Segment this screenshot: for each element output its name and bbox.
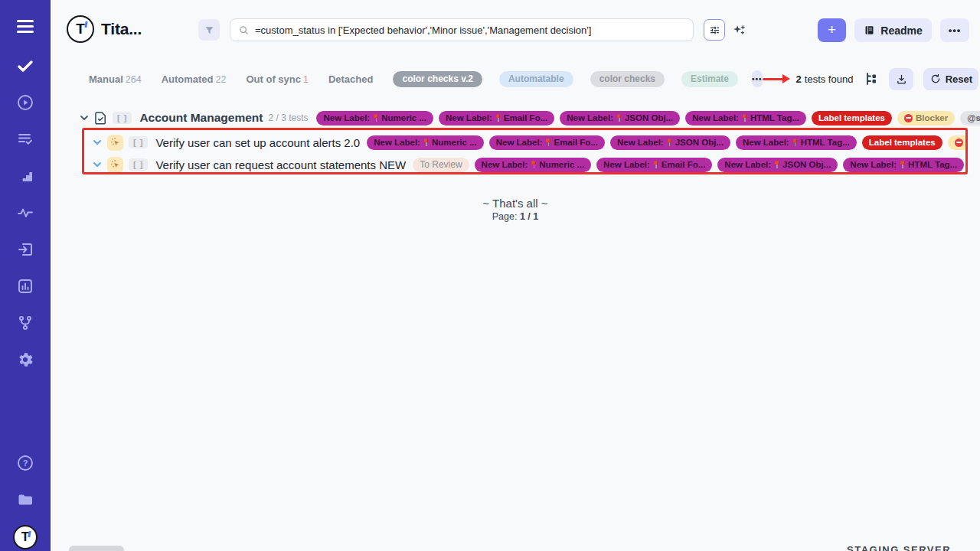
filter-pill-color-checks-v2[interactable]: color checks v.2 <box>393 71 482 87</box>
pagination: Page: 1 / 1 <box>51 211 980 222</box>
blocker-pill[interactable]: Blocker <box>948 135 965 150</box>
label-pill[interactable]: New Label:JSON Obj... <box>560 111 680 126</box>
pin-icon <box>742 114 747 122</box>
tab-out-of-sync[interactable]: Out of sync1 <box>246 73 308 85</box>
pin-icon <box>531 161 536 168</box>
annotation-rectangle: [ ] Verify user can set up account alert… <box>82 128 968 174</box>
label-pill[interactable]: New Label:HTML Tag... <box>685 111 806 126</box>
toolbar-right: 2tests found Reset <box>763 68 979 90</box>
tab-detached[interactable]: Detached <box>328 73 374 85</box>
blocker-pill[interactable]: Blocker <box>897 111 955 126</box>
suite-row: [ ] Account Management 2 / 3 tests New L… <box>80 108 980 128</box>
filter-pill-color-checks[interactable]: color checks <box>590 71 665 87</box>
reset-icon <box>930 73 941 84</box>
sidebar-nav <box>14 54 37 371</box>
tests-check-icon[interactable] <box>14 54 37 77</box>
add-test-button[interactable]: + <box>818 18 846 42</box>
sparkles-icon <box>732 23 746 37</box>
pin-icon <box>373 114 378 122</box>
pin-icon <box>545 139 550 146</box>
suite-meta: 2 / 3 tests <box>268 112 308 123</box>
test-id-badge: [ ] <box>129 136 148 148</box>
download-button[interactable] <box>889 68 913 90</box>
hamburger-menu-icon[interactable] <box>17 20 34 33</box>
suite-title[interactable]: Account Management <box>139 111 263 125</box>
tab-automated[interactable]: Automated22 <box>162 73 227 85</box>
chevron-down-icon[interactable] <box>93 138 102 147</box>
pin-icon <box>653 161 658 168</box>
svg-text:?: ? <box>23 458 28 468</box>
label-pill[interactable]: New Label:JSON Obj... <box>610 135 730 150</box>
reset-label: Reset <box>946 73 972 85</box>
filter-funnel-button[interactable] <box>198 19 220 41</box>
search-bar[interactable] <box>230 18 694 41</box>
main-area: T Tita... + Readme ••• Manual264 Automat… <box>51 0 980 551</box>
projects-folder-icon[interactable] <box>14 488 37 511</box>
sidebar-bottom: ? T <box>13 452 38 549</box>
test-row: [ ] Verify user can set up account alert… <box>93 132 965 153</box>
no-entry-icon <box>955 139 963 147</box>
sliders-icon <box>709 24 720 36</box>
label-pill[interactable]: New Label:JSON Obj... <box>717 158 838 172</box>
search-settings-button[interactable] <box>704 19 725 41</box>
pin-icon <box>792 139 798 146</box>
steps-stairs-icon[interactable] <box>14 165 37 187</box>
pin-icon <box>495 114 501 122</box>
annotation-arrow <box>763 74 790 83</box>
sidebar: ? T <box>0 0 51 551</box>
header-more-button[interactable]: ••• <box>940 18 969 42</box>
label-pill[interactable]: New Label:Numeric ... <box>316 111 433 126</box>
filters-toolbar: Manual264 Automated22 Out of sync1 Detac… <box>74 67 969 90</box>
plans-list-check-icon[interactable] <box>14 128 37 151</box>
toolbar-more-button[interactable]: ••• <box>752 70 763 87</box>
label-pill[interactable]: New Label:Email Fo... <box>596 158 712 172</box>
ai-sparkles-button[interactable] <box>731 22 746 37</box>
filter-pill-estimate[interactable]: Estimate <box>681 71 738 87</box>
settings-gear-icon[interactable] <box>14 348 37 371</box>
tab-manual[interactable]: Manual264 <box>89 73 142 85</box>
test-title[interactable]: Verify user can request account statemen… <box>155 158 406 171</box>
analytics-pulse-icon[interactable] <box>14 201 37 224</box>
bottom-left-partial-element <box>69 546 124 551</box>
label-pill[interactable]: New Label:HTML Tag... <box>736 135 857 150</box>
label-pill[interactable]: New Label:Email Fo... <box>439 111 554 126</box>
status-badge-to-review: To Review <box>413 158 469 172</box>
tree-view-icon[interactable] <box>864 71 879 86</box>
project-logo[interactable]: T <box>67 15 94 43</box>
label-pill[interactable]: New Label:HTML Tag... <box>843 158 964 172</box>
label-pill[interactable]: New Label:Email Fo... <box>489 135 605 150</box>
pin-icon <box>667 139 672 146</box>
end-of-list-text: ~ That's all ~ <box>51 197 980 210</box>
search-input[interactable] <box>255 24 685 36</box>
suite-document-icon <box>94 111 107 125</box>
help-icon[interactable]: ? <box>14 452 37 474</box>
project-title: Tita... <box>101 20 142 38</box>
app-logo-bottom[interactable]: T <box>13 525 38 549</box>
runs-play-icon[interactable] <box>14 91 37 114</box>
staging-server-label: STAGING SERVER <box>847 544 951 551</box>
filter-pill-automatable[interactable]: Automatable <box>499 71 573 87</box>
pin-icon <box>423 139 429 146</box>
chevron-down-icon[interactable] <box>80 113 89 122</box>
test-cursor-emoji-icon <box>107 135 123 151</box>
pin-icon <box>774 161 779 168</box>
no-entry-icon <box>904 114 913 122</box>
label-pill[interactable]: New Label:Numeric ... <box>367 135 484 150</box>
test-cursor-emoji-icon <box>107 157 123 173</box>
reports-bar-chart-icon[interactable] <box>14 275 37 298</box>
readme-button[interactable]: Readme <box>854 18 932 42</box>
search-icon <box>238 24 250 36</box>
reset-button[interactable]: Reset <box>923 68 978 90</box>
tag-smoke-pill[interactable]: @smoke <box>960 111 980 126</box>
label-pill[interactable]: New Label:Numeric ... <box>475 158 592 172</box>
test-title[interactable]: Verify user can set up account alerts 2.… <box>155 136 360 149</box>
branches-git-icon[interactable] <box>14 311 37 334</box>
pin-icon <box>616 114 622 122</box>
chevron-down-icon[interactable] <box>93 160 102 169</box>
import-signin-icon[interactable] <box>14 238 37 261</box>
book-icon <box>864 24 875 36</box>
label-templates-pill[interactable]: Label templates <box>812 111 892 126</box>
suite-id-badge: [ ] <box>113 112 132 124</box>
readme-label: Readme <box>880 24 922 37</box>
label-templates-pill[interactable]: Label templates <box>862 135 942 150</box>
